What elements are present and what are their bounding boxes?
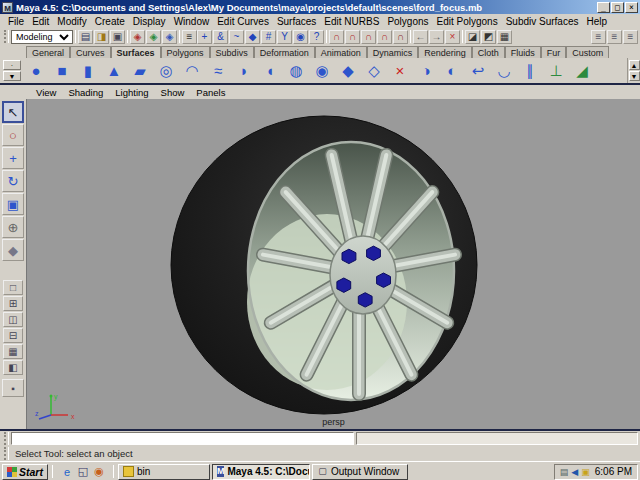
media-player-icon[interactable]: ◉ xyxy=(92,465,106,479)
snap-to-grids-icon[interactable]: ∩ xyxy=(329,30,344,44)
layout-persp-outliner-button[interactable]: ◫ xyxy=(3,312,23,327)
new-scene-icon[interactable]: ▤ xyxy=(78,30,93,44)
title-bar[interactable]: M Maya 4.5: C:\Documents and Settings\Al… xyxy=(0,0,640,14)
minimize-button[interactable]: _ xyxy=(597,2,610,13)
save-scene-icon[interactable]: ▣ xyxy=(110,30,125,44)
select-by-object-icon[interactable]: ◈ xyxy=(146,30,161,44)
wheel-3d-model[interactable] xyxy=(27,99,640,429)
menu-item[interactable]: Help xyxy=(583,15,612,28)
show-attribute-editor-icon[interactable]: ≡ xyxy=(591,30,606,44)
menu-item[interactable]: Create xyxy=(91,15,129,28)
shelf-tab[interactable]: Rendering xyxy=(418,46,472,58)
bevel-plus-icon[interactable]: ◇ xyxy=(362,59,386,82)
ie-quicklaunch-icon[interactable]: e xyxy=(60,465,74,479)
mask-dynamics-icon[interactable]: Y xyxy=(277,30,292,44)
show-desktop-icon[interactable]: ◱ xyxy=(76,465,90,479)
maximize-button[interactable]: □ xyxy=(611,2,624,13)
menu-item[interactable]: Edit Polygons xyxy=(433,15,502,28)
delete-surface-icon[interactable]: × xyxy=(388,59,412,82)
birail-icon[interactable]: ◖ xyxy=(258,59,282,82)
taskbar-item-output-window[interactable]: ▢ Output Window xyxy=(312,464,408,480)
open-scene-icon[interactable]: ◨ xyxy=(94,30,109,44)
close-button[interactable]: × xyxy=(625,2,638,13)
show-manipulator-tool-button[interactable]: ⊕ xyxy=(2,216,24,238)
extrude-icon[interactable]: ◗ xyxy=(232,59,256,82)
select-tool-button[interactable]: ↖ xyxy=(2,101,24,123)
move-seam-icon[interactable]: ↩ xyxy=(466,59,490,82)
panel-menu-item[interactable]: Shading xyxy=(62,87,109,98)
panel-menu-item[interactable]: Show xyxy=(155,87,191,98)
open-close-surface-icon[interactable]: ◡ xyxy=(492,59,516,82)
menu-item[interactable]: Polygons xyxy=(383,15,432,28)
snap-to-view-planes-icon[interactable]: ∩ xyxy=(377,30,392,44)
show-channel-box-icon[interactable]: ≡ xyxy=(623,30,638,44)
layout-single-pane-button[interactable]: □ xyxy=(3,280,23,295)
selection-mask-menu-icon[interactable]: ≡ xyxy=(182,30,197,44)
panel-menu-item[interactable]: Lighting xyxy=(109,87,154,98)
command-line-input[interactable] xyxy=(11,432,354,445)
shelf-scroll-up-icon[interactable]: ▲ xyxy=(629,60,640,70)
shelf-tab-arrow-icon[interactable]: ▼ xyxy=(3,71,21,81)
bevel-icon[interactable]: ◆ xyxy=(336,59,360,82)
menu-item[interactable]: Modify xyxy=(53,15,90,28)
lasso-tool-button[interactable]: ○ xyxy=(2,124,24,146)
snap-to-points-icon[interactable]: ∩ xyxy=(361,30,376,44)
status-line-grip[interactable] xyxy=(4,30,9,43)
tray-display-icon[interactable]: ▣ xyxy=(581,467,590,477)
construction-history-icon[interactable]: × xyxy=(445,30,460,44)
layout-persp-graph-button[interactable]: ▦ xyxy=(3,344,23,359)
shelf-tab[interactable]: Custom xyxy=(566,46,609,58)
make-live-icon[interactable]: ∩ xyxy=(393,30,408,44)
shelf-tab[interactable]: Deformation xyxy=(254,46,315,58)
layout-custom-button[interactable]: ▪ xyxy=(2,379,24,397)
tray-volume-icon[interactable]: ◀ xyxy=(571,467,578,477)
menu-item[interactable]: Display xyxy=(129,15,170,28)
shelf-tab[interactable]: Fluids xyxy=(505,46,541,58)
revolve-icon[interactable]: ◠ xyxy=(180,59,204,82)
snap-to-curves-icon[interactable]: ∩ xyxy=(345,30,360,44)
output-connections-icon[interactable]: → xyxy=(429,30,444,44)
planar-icon[interactable]: ◉ xyxy=(310,59,334,82)
mask-lines-icon[interactable]: ~ xyxy=(229,30,244,44)
menu-item[interactable]: Edit Curves xyxy=(213,15,273,28)
nurbs-plane-icon[interactable]: ▰ xyxy=(128,59,152,82)
move-tool-button[interactable]: + xyxy=(2,147,24,169)
layout-four-pane-button[interactable]: ⊞ xyxy=(3,296,23,311)
select-by-hierarchy-icon[interactable]: ◈ xyxy=(130,30,145,44)
layout-two-pane-button[interactable]: ⊟ xyxy=(3,328,23,343)
ipr-render-icon[interactable]: ◩ xyxy=(481,30,496,44)
last-tool-button[interactable]: ◆ xyxy=(2,239,24,261)
taskbar-item-bin[interactable]: bin xyxy=(118,464,210,480)
start-button[interactable]: Start xyxy=(2,464,48,480)
menu-item[interactable]: Window xyxy=(170,15,214,28)
rotate-tool-button[interactable]: ↻ xyxy=(2,170,24,192)
menu-set-selector[interactable]: Modeling xyxy=(11,30,73,44)
nurbs-cylinder-icon[interactable]: ▮ xyxy=(76,59,100,82)
shelf-tab[interactable]: Cloth xyxy=(472,46,505,58)
mask-handles-icon[interactable]: & xyxy=(213,30,228,44)
mask-points-icon[interactable]: + xyxy=(197,30,212,44)
nurbs-sphere-icon[interactable]: ● xyxy=(24,59,48,82)
trim-tool-icon[interactable]: ◢ xyxy=(570,59,594,82)
layout-hypergraph-button[interactable]: ◧ xyxy=(3,360,23,375)
mask-misc-icon[interactable]: ? xyxy=(309,30,324,44)
shelf-tab[interactable]: Polygons xyxy=(161,46,210,58)
tray-network-icon[interactable]: ▤ xyxy=(560,467,569,477)
detach-surfaces-icon[interactable]: ◐ xyxy=(440,59,464,82)
shelf-tab[interactable]: Animation xyxy=(315,46,367,58)
nurbs-cube-icon[interactable]: ■ xyxy=(50,59,74,82)
boundary-icon[interactable]: ◍ xyxy=(284,59,308,82)
mask-rendering-icon[interactable]: ◉ xyxy=(293,30,308,44)
shelf-tab[interactable]: Dynamics xyxy=(367,46,419,58)
menu-item[interactable]: Surfaces xyxy=(273,15,320,28)
nurbs-cone-icon[interactable]: ▲ xyxy=(102,59,126,82)
mask-surfaces-icon[interactable]: ◆ xyxy=(245,30,260,44)
panel-menu-item[interactable]: View xyxy=(30,87,62,98)
project-curve-icon[interactable]: ⊥ xyxy=(544,59,568,82)
taskbar-item-maya[interactable]: M Maya 4.5: C:\Docume... xyxy=(212,464,310,480)
shelf-scroll-down-icon[interactable]: ▼ xyxy=(629,71,640,81)
select-by-component-icon[interactable]: ◈ xyxy=(162,30,177,44)
menu-item[interactable]: Edit xyxy=(28,15,53,28)
shelf-tab[interactable]: Fur xyxy=(541,46,567,58)
render-globals-icon[interactable]: ▦ xyxy=(497,30,512,44)
